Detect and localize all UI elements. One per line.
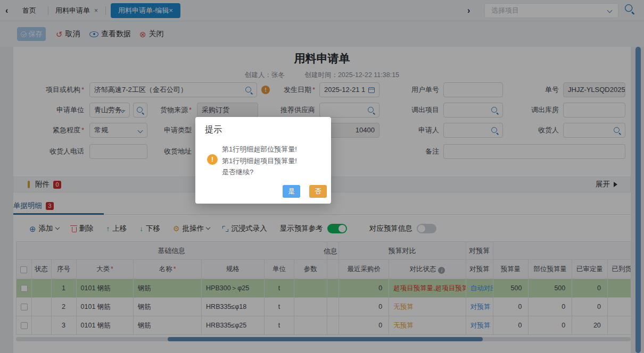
dialog-buttons: 是 否 bbox=[283, 185, 327, 198]
app-screen: ‹ 首页 用料申请单× 用料申请单-编辑× › 选择项目 保存 ↺取消 查看数据… bbox=[0, 0, 644, 353]
dialog-message: 第1行明细超部位预算量! 第1行明细超项目预算量! 是否继续? bbox=[222, 144, 297, 178]
yes-button[interactable]: 是 bbox=[283, 185, 300, 198]
confirm-dialog: 提示 ! 第1行明细超部位预算量! 第1行明细超项目预算量! 是否继续? 是 否 bbox=[195, 117, 331, 204]
dialog-title: 提示 bbox=[205, 124, 222, 136]
warning-icon: ! bbox=[207, 154, 218, 165]
dialog-line-2: 第1行明细超项目预算量! bbox=[222, 155, 297, 167]
dialog-line-1: 第1行明细超部位预算量! bbox=[222, 144, 297, 155]
dialog-line-3: 是否继续? bbox=[222, 166, 297, 178]
no-button[interactable]: 否 bbox=[309, 185, 327, 198]
